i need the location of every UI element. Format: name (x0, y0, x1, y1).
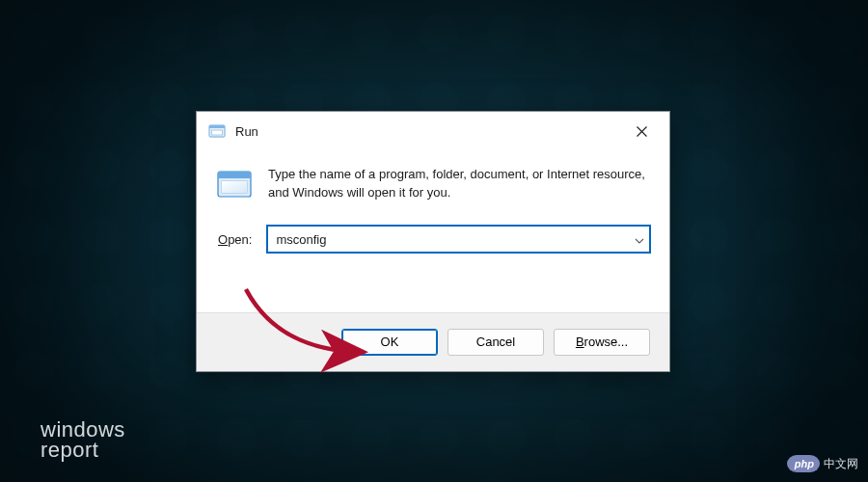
titlebar[interactable]: Run (197, 112, 669, 150)
svg-rect-4 (218, 172, 251, 178)
open-label: Open: (218, 232, 252, 247)
svg-rect-1 (209, 125, 225, 128)
svg-rect-2 (212, 130, 223, 135)
open-combobox[interactable] (267, 226, 650, 253)
watermark-php-cn: php 中文网 (787, 455, 858, 472)
close-icon (637, 126, 647, 137)
dialog-body: Type the name of a program, folder, docu… (197, 150, 669, 312)
browse-button[interactable]: Browse... (554, 329, 650, 356)
dialog-title: Run (235, 124, 619, 139)
svg-rect-6 (222, 181, 247, 193)
ok-button[interactable]: OK (341, 329, 438, 356)
run-dialog: Run (196, 111, 670, 372)
open-input[interactable] (267, 226, 650, 253)
cancel-button[interactable]: Cancel (448, 329, 544, 356)
watermark-windows-report: windows report (41, 420, 125, 461)
run-title-icon (208, 122, 226, 140)
run-body-icon (216, 168, 253, 204)
button-bar: OK Cancel Browse... (197, 312, 669, 371)
instruction-text: Type the name of a program, folder, docu… (268, 166, 650, 202)
close-button[interactable] (619, 116, 664, 147)
php-logo-icon: php (787, 455, 820, 472)
